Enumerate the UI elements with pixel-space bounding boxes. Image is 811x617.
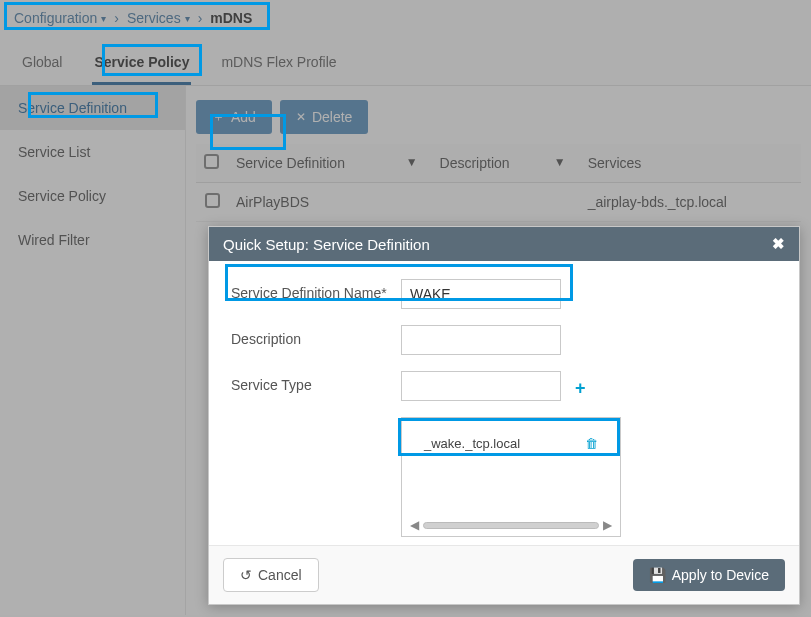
service-type-list: _wake._tcp.local 🗑 ◀ ▶ [401, 417, 621, 537]
label-service-type: Service Type [231, 371, 401, 394]
service-definition-name-input[interactable] [401, 279, 561, 309]
save-icon: 💾 [649, 567, 666, 583]
horizontal-scrollbar[interactable]: ◀ ▶ [410, 518, 612, 532]
undo-icon: ↺ [240, 567, 252, 583]
scroll-left-icon[interactable]: ◀ [410, 518, 419, 532]
modal-title: Quick Setup: Service Definition [223, 236, 430, 253]
apply-to-device-button[interactable]: 💾 Apply to Device [633, 559, 785, 591]
service-type-entry[interactable]: _wake._tcp.local 🗑 [416, 430, 606, 457]
cancel-button[interactable]: ↺ Cancel [223, 558, 319, 592]
label-service-definition-name: Service Definition Name* [231, 279, 401, 302]
label-description: Description [231, 325, 401, 348]
trash-icon[interactable]: 🗑 [585, 436, 598, 451]
description-input[interactable] [401, 325, 561, 355]
scroll-right-icon[interactable]: ▶ [603, 518, 612, 532]
quick-setup-modal: Quick Setup: Service Definition ✖ Servic… [208, 226, 800, 605]
service-type-input[interactable] [401, 371, 561, 401]
add-service-type-icon[interactable]: + [575, 374, 586, 399]
close-icon[interactable]: ✖ [772, 235, 785, 253]
